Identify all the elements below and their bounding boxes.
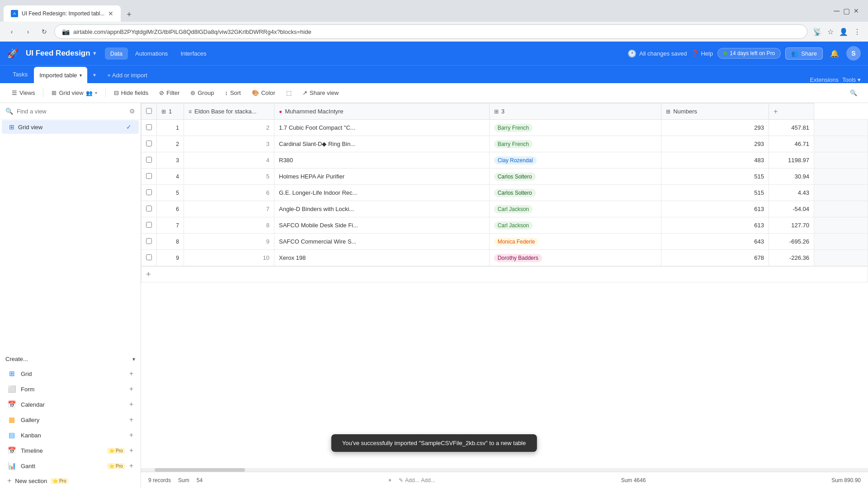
create-kanban-add-icon[interactable]: + [129,431,133,439]
create-timeline-item[interactable]: 📅 Timeline ⭐ Pro + [0,443,141,458]
nav-interfaces[interactable]: Interfaces [175,47,212,60]
new-section-item[interactable]: + New section ⭐ Pro [0,474,141,488]
row-checkbox-cell[interactable] [142,152,157,169]
row-user-cell[interactable]: Carlos Soltero [489,185,661,201]
row-checkbox-8[interactable] [146,254,152,260]
cast-icon[interactable]: 📡 [811,26,824,38]
app-title[interactable]: UI Feed Redesign ▾ [26,49,96,58]
nav-automations[interactable]: Automations [130,47,173,60]
create-gallery-item[interactable]: ▦ Gallery + [0,412,141,427]
create-calendar-add-icon[interactable]: + [129,400,133,408]
row-main-cell[interactable]: SAFCO Commercial Wire S... [274,234,490,250]
row-checkbox-cell[interactable] [142,169,157,185]
row-checkbox-cell[interactable] [142,217,157,234]
row-main-cell[interactable]: Angle-D Binders with Locki... [274,201,490,217]
grid-view-sidebar-item[interactable]: ⊞ Grid view ✓ [2,120,139,134]
row-checkbox-1[interactable] [146,141,152,146]
window-maximize[interactable]: ▢ [843,7,850,15]
create-form-item[interactable]: ⬜ Form + [0,381,141,397]
tools-button[interactable]: Tools ▾ [842,76,861,83]
scrollbar-thumb[interactable] [155,468,245,472]
create-kanban-item[interactable]: ▤ Kanban + [0,427,141,443]
create-gantt-add-icon[interactable]: + [129,462,133,470]
filter-button[interactable]: ⊘ Filter [155,87,184,99]
th-col3[interactable]: ⊞ 3 [489,103,661,120]
row-height-button[interactable]: ⬚ [282,87,296,99]
add-or-import-button[interactable]: + Add or import [102,67,153,83]
nav-data[interactable]: Data [105,47,128,60]
row-user-cell[interactable]: Carl Jackson [489,217,661,234]
row-user-cell[interactable]: Barry French [489,120,661,136]
row-checkbox-0[interactable] [146,124,152,130]
th-numbers[interactable]: ⊞ Numbers [661,103,769,120]
back-button[interactable]: ‹ [5,25,18,38]
hide-fields-button[interactable]: ⊟ Hide fields [109,87,153,99]
create-calendar-item[interactable]: 📅 Calendar + [0,397,141,412]
sidebar-settings-icon[interactable]: ⚙ [129,108,135,115]
row-main-cell[interactable]: 1.7 Cubic Foot Compact "C... [274,120,490,136]
add-bottom-button[interactable]: + [388,477,392,483]
row-checkbox-cell[interactable] [142,185,157,201]
tab-dropdown-button[interactable]: ▾ [88,67,101,83]
search-button[interactable]: 🔍 [846,86,861,100]
browser-tab-active[interactable]: A UI Feed Redesign: Imported tabl... ✕ [4,5,121,22]
group-button[interactable]: ⊜ Group [186,87,218,99]
row-checkbox-4[interactable] [146,189,152,195]
help-button[interactable]: ❓ Help [691,50,713,57]
row-checkbox-7[interactable] [146,238,152,244]
edit-bottom-button[interactable]: ✎ Add... Add... [399,477,435,483]
th-eldon[interactable]: ≡ Eldon Base for stacka... [184,103,274,120]
color-button[interactable]: 🎨 Color [247,87,280,99]
views-button[interactable]: ☰ Views [7,87,39,99]
avatar[interactable]: S [846,46,861,61]
history-icon[interactable]: 🕐 [627,49,637,58]
create-chevron-icon[interactable]: ▾ [132,356,135,362]
th-checkbox[interactable] [142,103,157,120]
bookmark-icon[interactable]: ☆ [826,26,835,38]
grid-view-button[interactable]: ⊞ Grid view 👥 ▾ [47,87,101,99]
address-bar[interactable]: 📷 airtable.com/appnB2PYqtdgiMrZG/tblPiLG… [54,24,807,39]
row-checkbox-6[interactable] [146,222,152,228]
row-checkbox-2[interactable] [146,157,152,163]
row-main-cell[interactable]: G.E. Longer-Life Indoor Rec... [274,185,490,201]
th-col1[interactable]: ⊞ 1 [157,103,184,120]
row-main-cell[interactable]: Cardinal Slant-D◆ Ring Bin... [274,136,490,152]
row-main-cell[interactable]: SAFCO Mobile Desk Side Fi... [274,217,490,234]
forward-button[interactable]: › [22,25,34,38]
row-user-cell[interactable]: Carlos Soltero [489,169,661,185]
share-button[interactable]: 👥 Share [785,47,823,60]
row-main-cell[interactable]: Holmes HEPA Air Purifier [274,169,490,185]
share-view-button[interactable]: ↗ Share view [298,87,343,99]
pro-badge[interactable]: 14 days left on Pro [717,48,781,59]
new-tab-button[interactable]: + [122,7,136,22]
create-gallery-add-icon[interactable]: + [129,416,133,424]
row-user-cell[interactable]: Barry French [489,136,661,152]
row-checkbox-cell[interactable] [142,250,157,266]
row-main-cell[interactable]: R380 [274,152,490,169]
row-user-cell[interactable]: Dorothy Badders [489,250,661,266]
sort-button[interactable]: ↕ Sort [220,87,245,99]
th-muhammed[interactable]: ● Muhammed MacIntyre [274,103,490,120]
row-user-cell[interactable]: Monica Federle [489,234,661,250]
menu-icon[interactable]: ⋮ [852,26,863,38]
imported-table-tab[interactable]: Imported table ▾ [34,67,87,83]
create-grid-item[interactable]: ⊞ Grid + [0,366,141,381]
row-checkbox-cell[interactable] [142,120,157,136]
horizontal-scrollbar[interactable] [141,468,868,472]
window-minimize[interactable]: ─ [834,6,840,16]
profile-icon[interactable]: 👤 [837,26,850,38]
row-checkbox-3[interactable] [146,173,152,179]
refresh-button[interactable]: ↻ [38,25,51,38]
row-user-cell[interactable]: Clay Rozendal [489,152,661,169]
th-add-field[interactable]: + [769,103,814,120]
row-checkbox-cell[interactable] [142,201,157,217]
add-record-row[interactable]: + [141,266,868,282]
create-timeline-add-icon[interactable]: + [129,446,133,455]
row-main-cell[interactable]: Xerox 198 [274,250,490,266]
create-form-add-icon[interactable]: + [129,385,133,393]
bell-button[interactable]: 🔔 [827,46,842,61]
extensions-button[interactable]: Extensions [810,76,839,83]
tasks-tab[interactable]: Tasks [7,65,33,83]
find-view-input[interactable] [17,108,126,115]
window-close[interactable]: ✕ [854,7,859,14]
